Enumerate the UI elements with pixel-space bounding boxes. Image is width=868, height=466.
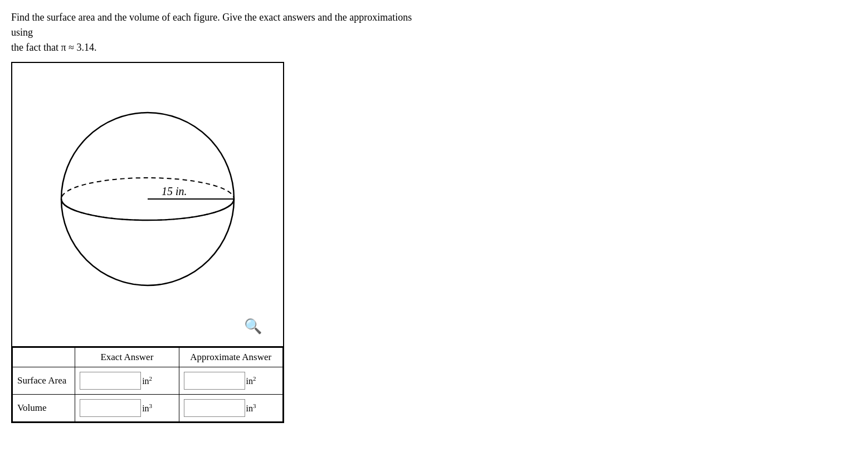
exact-volume-input[interactable]	[80, 399, 141, 417]
approx-area-unit: in2	[246, 375, 256, 386]
problem-line1: Find the surface area and the volume of …	[11, 12, 412, 38]
header-exact: Exact Answer	[75, 348, 179, 367]
exact-area-cell: in2	[75, 367, 179, 395]
magnifier-icon: 🔍	[244, 318, 262, 335]
approx-volume-cell: in3	[179, 395, 282, 422]
approx-area-cell: in2	[179, 367, 282, 395]
exact-volume-cell: in3	[75, 395, 179, 422]
exact-area-input[interactable]	[80, 372, 141, 390]
answer-table: Exact Answer Approximate Answer Surface …	[12, 347, 283, 422]
header-approx: Approximate Answer	[179, 348, 282, 367]
surface-area-label: Surface Area	[13, 367, 75, 395]
table-header-row: Exact Answer Approximate Answer	[13, 348, 283, 367]
approx-volume-unit: in3	[246, 402, 256, 414]
header-blank	[13, 348, 75, 367]
problem-line2: the fact that π ≈ 3.14.	[11, 42, 96, 53]
svg-text:15 in.: 15 in.	[162, 185, 187, 197]
figure-area: 15 in. 🔍	[12, 63, 283, 347]
main-container: 15 in. 🔍 Exact Answer Approximate Answer…	[11, 62, 284, 423]
approx-volume-input[interactable]	[184, 399, 245, 417]
sphere-diagram: 15 in.	[53, 101, 242, 308]
problem-text: Find the surface area and the volume of …	[11, 10, 423, 55]
exact-area-unit: in2	[142, 375, 152, 386]
approx-area-input[interactable]	[184, 372, 245, 390]
volume-label: Volume	[13, 395, 75, 422]
exact-volume-unit: in3	[142, 402, 152, 414]
volume-row: Volume in3 in3	[13, 395, 283, 422]
surface-area-row: Surface Area in2 in2	[13, 367, 283, 395]
